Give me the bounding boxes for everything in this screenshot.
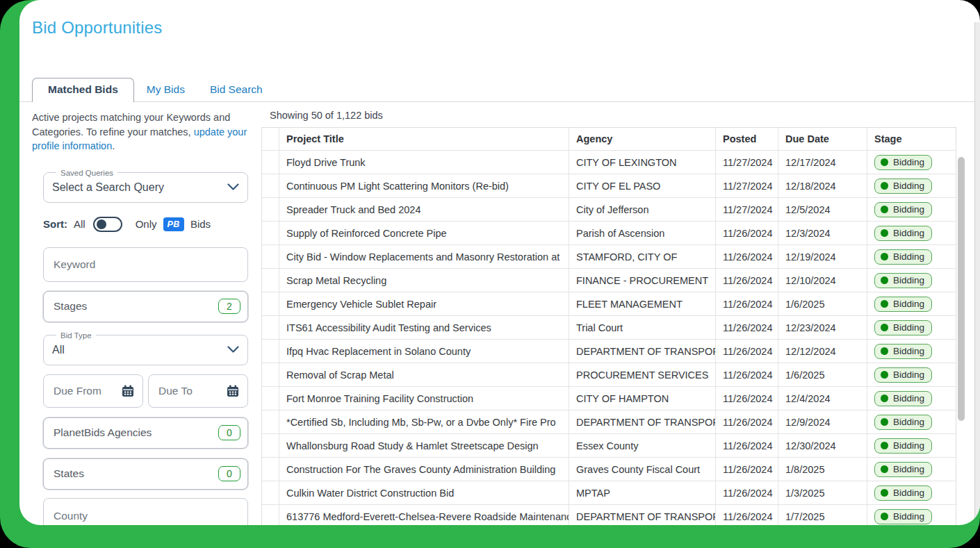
bid-agency-cell: CITY OF LEXINGTON — [569, 151, 716, 174]
tab-my-bids[interactable]: My Bids — [134, 78, 197, 101]
bid-due-cell: 12/23/2024 — [778, 316, 867, 340]
bid-agency-cell: FLEET MANAGEMENT — [569, 292, 716, 316]
bid-stage-cell: Bidding — [867, 174, 956, 198]
bid-due-cell: 1/7/2025 — [778, 505, 867, 526]
bid-posted-cell: 11/26/2024 — [716, 387, 778, 410]
results-area: Showing 50 of 1,122 bids Project Title A… — [261, 103, 980, 525]
description-period: . — [112, 140, 115, 151]
bid-title-cell: Ifpq Hvac Replacement in Solano County — [279, 340, 569, 363]
tab-bid-search[interactable]: Bid Search — [197, 78, 275, 101]
bid-title-cell: Emergency Vehicle Sublet Repair — [279, 292, 569, 316]
bid-row[interactable]: Construction For The Graves County Admin… — [262, 458, 956, 481]
bid-due-cell: 12/30/2024 — [778, 434, 867, 458]
window-scrollbar[interactable] — [974, 22, 980, 521]
stage-badge-label: Bidding — [893, 157, 924, 167]
stage-dot-icon — [881, 395, 888, 402]
sort-row: Sort: All Only PB Bids — [43, 217, 259, 232]
column-header-project-title[interactable]: Project Title — [279, 128, 569, 151]
bid-row[interactable]: *Certified Sb, Including Mb, Sb-Pw, or a… — [262, 410, 956, 434]
county-input[interactable]: County — [43, 498, 248, 525]
bid-row[interactable]: Emergency Vehicle Sublet Repair FLEET MA… — [262, 292, 956, 316]
bid-stage-cell: Bidding — [867, 481, 956, 505]
bid-row[interactable]: ITS61 Accessibility Audit Testing and Se… — [262, 316, 956, 340]
bid-row[interactable]: 613776 Medford-Everett-Chelsea-Revere Ro… — [262, 505, 956, 526]
content-area: Active projects matching your Keywords a… — [19, 103, 980, 525]
planetbids-agencies-filter[interactable]: PlanetBids Agencies 0 — [43, 417, 248, 449]
bid-row[interactable]: Whallonsburg Road Study & Hamlet Streets… — [262, 434, 956, 458]
row-spacer-cell — [262, 269, 279, 292]
row-spacer-cell — [262, 458, 279, 481]
keyword-placeholder: Keyword — [54, 258, 95, 271]
bid-row[interactable]: Scrap Metal Recycling FINANCE - PROCUREM… — [262, 269, 956, 292]
stage-badge-label: Bidding — [893, 322, 924, 333]
tab-matched-bids[interactable]: Matched Bids — [32, 78, 134, 102]
bid-opportunities-card: Bid Opportunities Matched Bids My Bids B… — [19, 0, 980, 525]
bid-agency-cell: FINANCE - PROCUREMENT — [569, 269, 716, 292]
bid-stage-cell: Bidding — [867, 410, 956, 434]
bid-row[interactable]: Spreader Truck and Bed 2024 City of Jeff… — [262, 198, 956, 222]
stage-badge-label: Bidding — [893, 299, 924, 309]
bid-agency-cell: PROCUREMENT SERVICES — [569, 363, 716, 387]
due-to-input[interactable]: Due To — [148, 374, 248, 408]
stage-dot-icon — [881, 300, 888, 308]
stage-badge: Bidding — [874, 438, 932, 454]
bid-stage-cell: Bidding — [867, 505, 956, 526]
calendar-icon[interactable] — [227, 385, 239, 397]
row-spacer-cell — [262, 505, 279, 526]
due-from-input[interactable]: Due From — [43, 374, 143, 408]
bids-table: Project Title Agency Posted Due Date Sta… — [261, 127, 956, 525]
calendar-icon[interactable] — [122, 385, 134, 397]
stages-filter[interactable]: Stages 2 — [43, 291, 248, 322]
column-header-due-date[interactable]: Due Date — [778, 128, 867, 151]
bid-due-cell: 1/3/2025 — [778, 481, 867, 505]
bid-row[interactable]: Removal of Scrap Metal PROCUREMENT SERVI… — [262, 363, 956, 387]
bid-row[interactable]: City Bid - Window Replacements and Mason… — [262, 245, 956, 269]
column-header-agency[interactable]: Agency — [569, 128, 716, 151]
row-spacer-cell — [262, 434, 279, 458]
bid-title-cell: Floyd Drive Trunk — [279, 151, 569, 174]
states-filter[interactable]: States 0 — [43, 458, 248, 490]
bid-title-cell: City Bid - Window Replacements and Mason… — [279, 245, 569, 269]
bid-due-cell: 12/18/2024 — [778, 174, 867, 198]
column-header-stage[interactable]: Stage — [867, 128, 956, 151]
chevron-down-icon — [227, 183, 239, 191]
bid-row[interactable]: Continuous PM Light Scattering Monitors … — [262, 174, 956, 198]
stage-badge-label: Bidding — [893, 346, 924, 356]
stage-dot-icon — [881, 442, 888, 449]
county-placeholder: County — [54, 510, 88, 522]
stage-badge: Bidding — [874, 249, 932, 265]
bid-type-select[interactable]: Bid Type All — [43, 331, 248, 365]
stage-badge-label: Bidding — [893, 251, 924, 262]
bid-title-cell: *Certified Sb, Including Mb, Sb-Pw, or a… — [279, 410, 569, 434]
saved-queries-select[interactable]: Saved Queries Select a Search Query — [43, 169, 248, 203]
keyword-input[interactable]: Keyword — [43, 247, 248, 282]
stage-dot-icon — [881, 324, 888, 331]
bid-title-cell: 613776 Medford-Everett-Chelsea-Revere Ro… — [279, 505, 569, 526]
bid-row[interactable]: Supply of Reinforced Concrete Pipe Paris… — [262, 222, 956, 245]
bid-posted-cell: 11/26/2024 — [716, 481, 778, 505]
row-spacer-cell — [262, 198, 279, 222]
due-from-placeholder: Due From — [54, 385, 101, 397]
row-spacer-cell — [262, 340, 279, 363]
row-spacer-cell — [262, 387, 279, 410]
bid-posted-cell: 11/26/2024 — [716, 292, 778, 316]
bid-row[interactable]: Culkin Water District Construction Bid M… — [262, 481, 956, 505]
row-spacer-cell — [262, 245, 279, 269]
bid-row[interactable]: Fort Monroe Training Facility Constructi… — [262, 387, 956, 410]
table-scrollbar-thumb[interactable] — [958, 157, 965, 421]
pb-only-toggle[interactable] — [93, 217, 122, 232]
states-label: States — [54, 467, 84, 480]
due-to-placeholder: Due To — [158, 385, 193, 397]
bid-stage-cell: Bidding — [867, 316, 956, 340]
stage-badge: Bidding — [874, 391, 932, 406]
stage-dot-icon — [881, 158, 888, 166]
bid-agency-cell: Essex County — [569, 434, 716, 458]
bid-posted-cell: 11/26/2024 — [716, 458, 778, 481]
bid-row[interactable]: Ifpq Hvac Replacement in Solano County D… — [262, 340, 956, 363]
stage-badge: Bidding — [874, 297, 932, 312]
stage-dot-icon — [881, 276, 888, 284]
stage-badge-label: Bidding — [893, 440, 924, 451]
column-header-posted[interactable]: Posted — [716, 128, 778, 151]
bid-row[interactable]: Floyd Drive Trunk CITY OF LEXINGTON 11/2… — [262, 151, 956, 174]
row-spacer-cell — [262, 151, 279, 174]
